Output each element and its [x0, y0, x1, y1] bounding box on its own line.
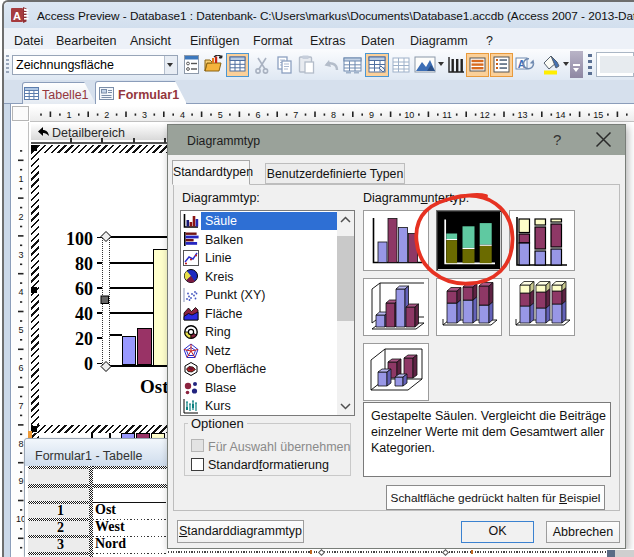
svg-text:11: 11	[442, 110, 451, 120]
svg-text:8: 8	[18, 439, 23, 449]
svg-text:9: 9	[18, 476, 23, 486]
svg-text:4: 4	[180, 110, 185, 120]
svg-text:3: 3	[18, 250, 23, 260]
svg-text:A: A	[13, 10, 21, 22]
svg-text:5: 5	[18, 325, 23, 335]
svg-text:2: 2	[104, 110, 109, 120]
svg-text:15: 15	[593, 110, 603, 120]
svg-text:1: 1	[18, 174, 23, 184]
svg-text:2: 2	[18, 212, 23, 222]
svg-text:5: 5	[218, 110, 223, 120]
svg-text:9: 9	[369, 110, 374, 120]
svg-text:10: 10	[404, 110, 414, 120]
svg-text:13: 13	[518, 110, 528, 120]
svg-text:14: 14	[555, 110, 565, 120]
svg-text:6: 6	[255, 110, 260, 120]
svg-text:4: 4	[18, 287, 23, 297]
svg-text:6: 6	[18, 363, 23, 373]
svg-text:1: 1	[66, 110, 71, 120]
svg-text:12: 12	[480, 110, 490, 120]
svg-text:8: 8	[331, 110, 336, 120]
svg-text:7: 7	[18, 401, 23, 411]
svg-text:7: 7	[293, 110, 298, 120]
svg-text:3: 3	[142, 110, 147, 120]
